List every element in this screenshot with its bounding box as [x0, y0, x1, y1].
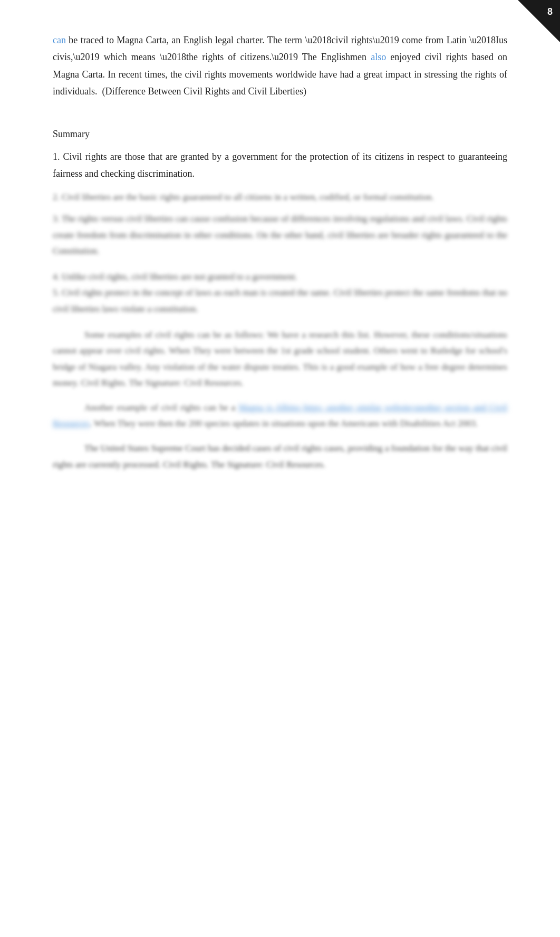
blurred-paragraph-2: Another example of civil rights can be a…: [53, 400, 507, 432]
blurred-line-2: 2. Civil liberties are the basic rights …: [53, 189, 507, 206]
numbered-item-1: 1. Civil rights are those that are grant…: [53, 148, 507, 183]
intro-link-also[interactable]: also: [371, 52, 386, 62]
blurred-block-4: 4. Unlike civil rights, civil liberties …: [53, 269, 507, 318]
page-content: can be traced to Magna Carta, an English…: [0, 0, 560, 523]
intro-link-can[interactable]: can: [53, 35, 66, 45]
blurred-block-3: 3. The rights versus civil liberties can…: [53, 211, 507, 260]
page-number: 8: [547, 6, 553, 17]
intro-paragraph: can be traced to Magna Carta, an English…: [53, 32, 507, 100]
page: 8 can be traced to Magna Carta, an Engli…: [0, 0, 560, 937]
blurred-link: Magna is Albino https: another similar w…: [53, 403, 507, 429]
blurred-paragraph-3: The United States Supreme Court has deci…: [53, 441, 507, 473]
summary-heading: Summary: [53, 129, 507, 140]
spacer: [53, 116, 507, 129]
blurred-paragraph-1: Some examples of civil rights can be as …: [53, 327, 507, 391]
